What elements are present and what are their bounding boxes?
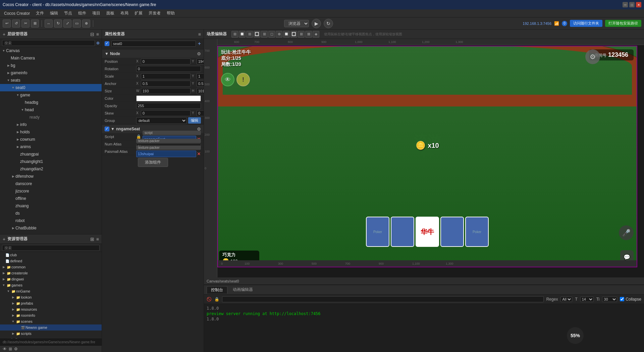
scene-tool-12[interactable]: ◈ (313, 31, 319, 38)
menu-extend[interactable]: 扩展 (132, 10, 145, 17)
tree-arrow-cownum[interactable]: ▶ (15, 138, 20, 141)
menu-edit[interactable]: 编辑 (47, 10, 61, 17)
hierarchy-menu-btn[interactable]: ≡ (96, 32, 99, 37)
scale-x-input[interactable] (141, 73, 191, 79)
asset-games[interactable]: ▼ 📁 games (0, 282, 102, 288)
tree-arrow-chatbubble[interactable]: ▶ (11, 226, 15, 230)
asset-common[interactable]: ▶ 📁 common (0, 264, 102, 270)
play-button[interactable]: ▶ (312, 19, 321, 28)
group-edit-btn[interactable]: 编辑 (188, 117, 201, 124)
assets-menu-btn[interactable]: ≡ (96, 236, 99, 242)
asset-defined[interactable]: 📄 defined (0, 258, 102, 264)
close-button[interactable]: ✕ (636, 2, 641, 7)
info-button[interactable]: ! (236, 73, 250, 86)
hierarchy-filter-icon[interactable]: ⊕ (96, 41, 100, 45)
browser-select[interactable]: 浏览器 (284, 20, 309, 27)
assets-footer-icon[interactable]: ⚙ (14, 347, 18, 351)
toolbar-btn-1[interactable]: ↩ (3, 19, 11, 28)
scale-y-input[interactable] (197, 73, 204, 79)
hierarchy-collapse-btn[interactable]: ⊟ (90, 32, 94, 37)
tree-node-jizscore[interactable]: jizscore (0, 187, 102, 195)
tree-node-zhuangdian2[interactable]: zhuangdian2 (0, 165, 102, 173)
minimize-button[interactable]: ─ (623, 2, 628, 7)
node-name-input[interactable] (111, 41, 196, 47)
asset-nngame[interactable]: ▼ 📁 nnGame (0, 288, 102, 294)
menu-node[interactable]: 节点 (61, 10, 75, 17)
tree-node-gameinfo[interactable]: ▶ gameinfo (0, 69, 102, 77)
tree-node-info[interactable]: ▶ info (0, 121, 102, 128)
visit-folder-button[interactable]: 访问随行文件夹 (570, 20, 602, 27)
tree-node-cownum[interactable]: ▶ cownum (0, 136, 102, 143)
console-tab[interactable]: 控制台 (207, 286, 227, 294)
tree-node-bg[interactable]: ▶ bg (0, 62, 102, 69)
properties-menu-btn[interactable]: ≡ (198, 32, 201, 37)
node-section-header[interactable]: ▼ Node ⚙ (102, 50, 204, 58)
scene-tool-2[interactable]: 🔲 (239, 31, 246, 38)
tree-node-zhuanglight1[interactable]: zhuanglight1 (0, 158, 102, 165)
tree-node-difenshow[interactable]: ▶ difenshow (0, 173, 102, 180)
toolbar-scale[interactable]: ⤢ (63, 19, 71, 28)
hierarchy-add-btn[interactable]: + (3, 32, 5, 37)
tree-arrow-info[interactable]: ▶ (15, 123, 20, 126)
menu-help[interactable]: 帮助 (164, 10, 177, 17)
asset-prefabs[interactable]: ▶ 📁 prefabs (0, 300, 102, 306)
tree-arrow-anims[interactable]: ▶ (15, 145, 20, 148)
scene-tool-9[interactable]: 🔳 (290, 31, 297, 38)
size-h-input[interactable] (197, 88, 204, 94)
tree-arrow-gameinfo[interactable]: ▶ (6, 71, 11, 75)
line-count-select[interactable]: 30 (602, 297, 617, 302)
console-clear-icon[interactable]: 🚫 (207, 297, 212, 302)
color-preview[interactable] (136, 95, 201, 101)
asset-lookon[interactable]: ▶ 📁 lookon (0, 294, 102, 300)
group-select[interactable]: default (136, 117, 187, 124)
tree-arrow-game[interactable]: ▼ (15, 93, 20, 97)
asset-newnngame[interactable]: 🎬 Newnn game (0, 324, 102, 331)
position-x-input[interactable] (141, 58, 191, 64)
menu-cocos[interactable]: Cocos Creator (1, 10, 33, 16)
font-size-select[interactable]: 14 (580, 297, 594, 302)
tree-node-anims[interactable]: ▶ anims (0, 143, 102, 150)
tree-node-seat0[interactable]: ▼ seat0 (0, 84, 102, 91)
node-settings-icon[interactable]: ⚙ (197, 51, 201, 56)
size-w-input[interactable] (141, 88, 191, 94)
component-enable-checkbox[interactable] (105, 127, 109, 131)
node-enable-checkbox[interactable] (105, 41, 109, 46)
toolbar-btn-2[interactable]: ↺ (12, 19, 20, 28)
filter-icon[interactable]: ⊞ (9, 347, 12, 351)
refresh-button[interactable]: ↻ (324, 19, 333, 28)
menu-file[interactable]: 文件 (33, 10, 47, 17)
scene-tool-10[interactable]: ⊞ (298, 31, 305, 38)
eye-button[interactable]: 👁 (221, 73, 234, 86)
menu-panel[interactable]: 面板 (104, 10, 117, 17)
tree-node-robot[interactable]: robot (0, 217, 102, 224)
scene-tool-8[interactable]: 🔲 (283, 31, 290, 38)
tree-arrow-holds[interactable]: ▶ (15, 130, 20, 134)
position-y-input[interactable] (197, 58, 204, 64)
scene-tool-4[interactable]: 🔳 (254, 31, 260, 38)
tree-node-danscore[interactable]: danscore (0, 180, 102, 187)
tree-node-game[interactable]: ▼ game (0, 91, 102, 99)
tree-arrow-seats[interactable]: ▼ (6, 79, 11, 82)
scene-tool-11[interactable]: ⊠ (305, 31, 312, 38)
tree-arrow-common[interactable]: ▶ (1, 265, 6, 269)
maximize-button[interactable]: □ (629, 2, 635, 7)
asset-resources[interactable]: ▶ 📁 resources (0, 306, 102, 312)
tree-node-headbg[interactable]: headbg (0, 99, 102, 106)
anchor-x-input[interactable] (141, 81, 191, 87)
asset-dingwei[interactable]: ▶ 📁 dingwei (0, 276, 102, 282)
animation-tab[interactable]: 动画编辑器 (229, 286, 257, 293)
tree-node-head[interactable]: ▼ head (0, 106, 102, 114)
scene-tool-6[interactable]: ◻ (268, 31, 275, 38)
tree-arrow-head[interactable]: ▼ (20, 108, 25, 112)
console-filter-select[interactable]: All (560, 297, 572, 302)
collapse-checkbox[interactable] (620, 297, 624, 301)
scene-tool-5[interactable]: ⊞ (261, 31, 268, 38)
skew-x-input[interactable] (141, 110, 191, 116)
scene-tool-7[interactable]: ⊕ (276, 31, 282, 38)
menu-dev[interactable]: 开发者 (146, 10, 163, 17)
tree-node-zhuang[interactable]: zhuang (0, 202, 102, 210)
assets-search-input[interactable] (2, 245, 100, 251)
menu-component[interactable]: 组件 (75, 10, 89, 17)
toolbar-btn-4[interactable]: ⊞ (31, 19, 39, 28)
tree-node-holds[interactable]: ▶ holds (0, 128, 102, 136)
